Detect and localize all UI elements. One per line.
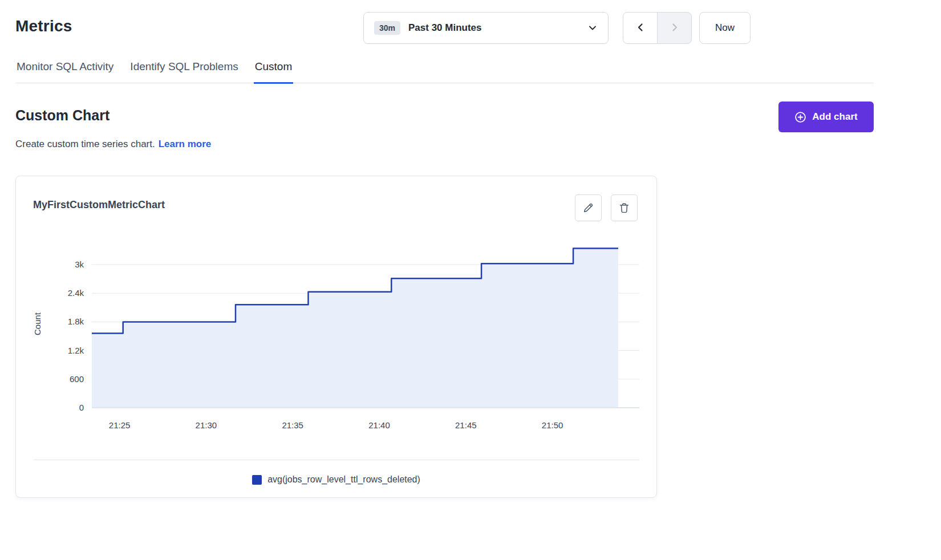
trash-icon [618,202,630,214]
edit-chart-button[interactable] [575,194,602,221]
svg-text:600: 600 [70,374,84,384]
svg-text:2.4k: 2.4k [68,288,84,298]
time-range-label: Past 30 Minutes [408,22,482,34]
learn-more-link[interactable]: Learn more [159,139,212,149]
time-nav-buttons [623,12,692,44]
section-description: Create custom time series chart.Learn mo… [15,139,211,150]
svg-text:21:30: 21:30 [196,420,217,430]
svg-text:21:50: 21:50 [542,420,563,430]
chevron-right-icon [669,22,680,35]
time-range-badge: 30m [374,21,400,35]
page-title: Metrics [15,17,72,35]
tab-identify-sql-problems[interactable]: Identify SQL Problems [129,59,239,83]
svg-text:21:45: 21:45 [455,420,477,430]
chart-title: MyFirstCustomMetricChart [33,199,165,211]
svg-text:1.2k: 1.2k [68,346,84,355]
svg-text:21:35: 21:35 [282,420,303,430]
svg-text:0: 0 [79,403,84,412]
now-button[interactable]: Now [699,12,751,44]
svg-text:21:40: 21:40 [368,420,390,430]
metric-step-area-chart[interactable]: 06001.2k1.8k2.4k3k21:2521:3021:3521:4021… [33,240,640,434]
metrics-page: Metrics 30m Past 30 Minutes Now Monitor … [0,0,941,560]
next-time-button[interactable] [657,12,692,44]
svg-text:Count: Count [33,312,42,335]
legend-swatch [252,475,262,485]
chevron-down-icon [587,23,598,33]
tab-custom[interactable]: Custom [254,59,293,84]
svg-text:3k: 3k [75,259,84,269]
svg-text:21:25: 21:25 [109,420,131,430]
pencil-icon [582,202,594,214]
plus-circle-icon [794,111,806,123]
tab-bar: Monitor SQL Activity Identify SQL Proble… [15,59,874,83]
legend-label: avg(jobs_row_level_ttl_rows_deleted) [267,474,420,485]
delete-chart-button[interactable] [611,194,638,221]
chart-legend: avg(jobs_row_level_ttl_rows_deleted) [16,474,656,485]
chart-card-actions [575,194,638,221]
section-title: Custom Chart [15,107,109,124]
chart-card: MyFirstCustomMetricChart 06001.2k1.8k2.4… [15,176,657,498]
add-chart-label: Add chart [812,111,857,123]
prev-time-button[interactable] [623,12,658,44]
time-range-picker[interactable]: 30m Past 30 Minutes [363,12,609,44]
card-separator [33,460,639,460]
add-chart-button[interactable]: Add chart [778,102,874,132]
chevron-left-icon [635,22,646,35]
section-description-text: Create custom time series chart. [15,139,155,149]
tab-monitor-sql-activity[interactable]: Monitor SQL Activity [15,59,115,83]
svg-text:1.8k: 1.8k [68,316,84,326]
